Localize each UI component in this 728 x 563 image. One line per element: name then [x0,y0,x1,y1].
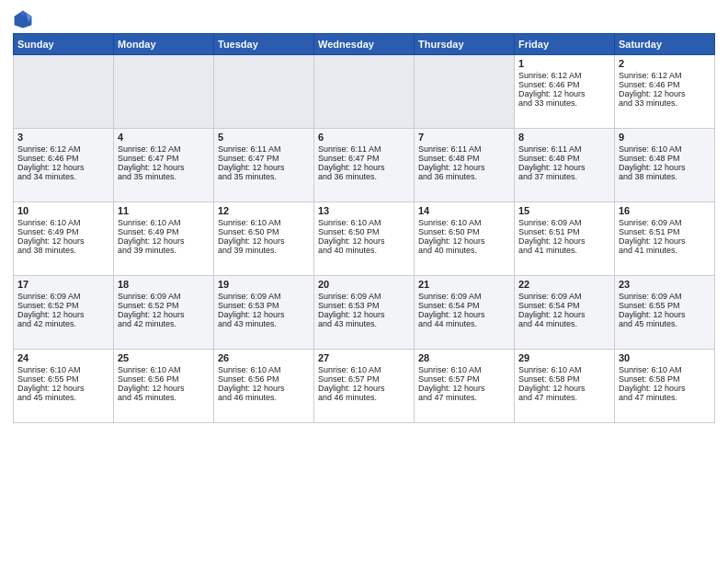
cell-info: Daylight: 12 hours [619,310,711,319]
day-number: 2 [619,58,711,69]
day-number: 27 [318,352,410,363]
cell-info: Sunrise: 6:10 AM [118,365,210,374]
calendar-cell: 6Sunrise: 6:11 AMSunset: 6:47 PMDaylight… [314,129,415,202]
cell-info: Daylight: 12 hours [318,310,410,319]
day-number: 21 [418,279,510,290]
cell-info: Sunset: 6:46 PM [619,80,711,89]
day-number: 1 [518,58,610,69]
calendar-cell: 19Sunrise: 6:09 AMSunset: 6:53 PMDayligh… [214,276,314,350]
cell-info: Daylight: 12 hours [17,310,109,319]
cell-info: Daylight: 12 hours [17,163,109,172]
day-number: 24 [17,352,109,363]
week-row-2: 10Sunrise: 6:10 AMSunset: 6:49 PMDayligh… [14,202,715,276]
day-number: 7 [418,132,510,143]
logo [13,9,35,29]
cell-info: and 45 minutes. [619,319,711,328]
cell-info: Sunrise: 6:10 AM [418,218,510,227]
cell-info: Daylight: 12 hours [518,89,610,98]
cell-info: Sunset: 6:55 PM [17,374,109,384]
cell-info: Daylight: 12 hours [518,163,610,172]
cell-info: and 46 minutes. [318,393,410,402]
cell-info: and 44 minutes. [518,319,610,328]
calendar-cell [14,55,114,129]
cell-info: and 47 minutes. [418,393,510,402]
calendar-cell: 5Sunrise: 6:11 AMSunset: 6:47 PMDaylight… [214,129,314,202]
cell-info: and 33 minutes. [619,98,711,108]
calendar-cell: 28Sunrise: 6:10 AMSunset: 6:57 PMDayligh… [415,350,515,423]
cell-info: Daylight: 12 hours [518,384,610,393]
cell-info: and 45 minutes. [17,393,109,402]
calendar-cell: 29Sunrise: 6:10 AMSunset: 6:58 PMDayligh… [515,350,615,423]
cell-info: Sunset: 6:48 PM [619,154,711,163]
week-row-1: 3Sunrise: 6:12 AMSunset: 6:46 PMDaylight… [14,129,715,202]
cell-info: Sunrise: 6:12 AM [118,144,210,154]
cell-info: Daylight: 12 hours [218,310,310,319]
cell-info: Sunset: 6:53 PM [218,301,310,310]
day-number: 12 [218,205,310,216]
day-number: 11 [118,205,210,216]
calendar-cell: 22Sunrise: 6:09 AMSunset: 6:54 PMDayligh… [515,276,615,350]
calendar-cell: 24Sunrise: 6:10 AMSunset: 6:55 PMDayligh… [14,350,114,423]
cell-info: and 40 minutes. [318,246,410,255]
cell-info: Sunset: 6:58 PM [619,374,711,384]
cell-info: Sunset: 6:58 PM [518,374,610,384]
cell-info: Daylight: 12 hours [218,163,310,172]
cell-info: and 43 minutes. [318,319,410,328]
cell-info: Sunset: 6:47 PM [118,154,210,163]
calendar-cell: 12Sunrise: 6:10 AMSunset: 6:50 PMDayligh… [214,202,314,276]
cell-info: and 42 minutes. [17,319,109,328]
day-number: 10 [17,205,109,216]
cell-info: and 39 minutes. [118,246,210,255]
cell-info: Daylight: 12 hours [318,236,410,246]
cell-info: Sunset: 6:55 PM [619,301,711,310]
cell-info: Sunrise: 6:10 AM [619,144,711,154]
week-row-0: 1Sunrise: 6:12 AMSunset: 6:46 PMDaylight… [14,55,715,129]
cell-info: Sunset: 6:52 PM [17,301,109,310]
cell-info: Sunrise: 6:09 AM [17,292,109,301]
cell-info: and 35 minutes. [218,172,310,181]
cell-info: and 38 minutes. [619,172,711,181]
cell-info: Sunrise: 6:11 AM [218,144,310,154]
cell-info: Sunrise: 6:10 AM [218,365,310,374]
day-number: 22 [518,279,610,290]
cell-info: Sunrise: 6:10 AM [318,365,410,374]
calendar-cell: 13Sunrise: 6:10 AMSunset: 6:50 PMDayligh… [314,202,415,276]
cell-info: Sunrise: 6:09 AM [619,292,711,301]
cell-info: Daylight: 12 hours [619,163,711,172]
cell-info: and 39 minutes. [218,246,310,255]
day-number: 14 [418,205,510,216]
cell-info: Daylight: 12 hours [619,384,711,393]
cell-info: Sunset: 6:56 PM [218,374,310,384]
day-number: 3 [17,132,109,143]
cell-info: Daylight: 12 hours [619,236,711,246]
cell-info: and 46 minutes. [218,393,310,402]
cell-info: Sunrise: 6:10 AM [418,365,510,374]
calendar-table: SundayMondayTuesdayWednesdayThursdayFrid… [13,33,715,423]
cell-info: Daylight: 12 hours [318,384,410,393]
cell-info: Sunset: 6:46 PM [17,154,109,163]
calendar-cell: 14Sunrise: 6:10 AMSunset: 6:50 PMDayligh… [415,202,515,276]
page-container: SundayMondayTuesdayWednesdayThursdayFrid… [0,0,728,431]
day-number: 18 [118,279,210,290]
day-number: 17 [17,279,109,290]
cell-info: Daylight: 12 hours [518,310,610,319]
calendar-cell: 18Sunrise: 6:09 AMSunset: 6:52 PMDayligh… [114,276,214,350]
cell-info: Sunset: 6:56 PM [118,374,210,384]
cell-info: Sunrise: 6:09 AM [318,292,410,301]
cell-info: and 34 minutes. [17,172,109,181]
cell-info: Sunrise: 6:09 AM [418,292,510,301]
cell-info: Sunrise: 6:09 AM [518,218,610,227]
col-header-thursday: Thursday [415,34,515,55]
day-number: 4 [118,132,210,143]
cell-info: Sunrise: 6:10 AM [318,218,410,227]
cell-info: Sunrise: 6:10 AM [118,218,210,227]
calendar-cell [114,55,214,129]
cell-info: Daylight: 12 hours [418,310,510,319]
cell-info: Sunrise: 6:09 AM [518,292,610,301]
calendar-cell [314,55,415,129]
cell-info: Sunset: 6:57 PM [318,374,410,384]
cell-info: Sunset: 6:49 PM [118,227,210,236]
cell-info: Sunrise: 6:11 AM [418,144,510,154]
calendar-cell: 25Sunrise: 6:10 AMSunset: 6:56 PMDayligh… [114,350,214,423]
col-header-tuesday: Tuesday [214,34,314,55]
